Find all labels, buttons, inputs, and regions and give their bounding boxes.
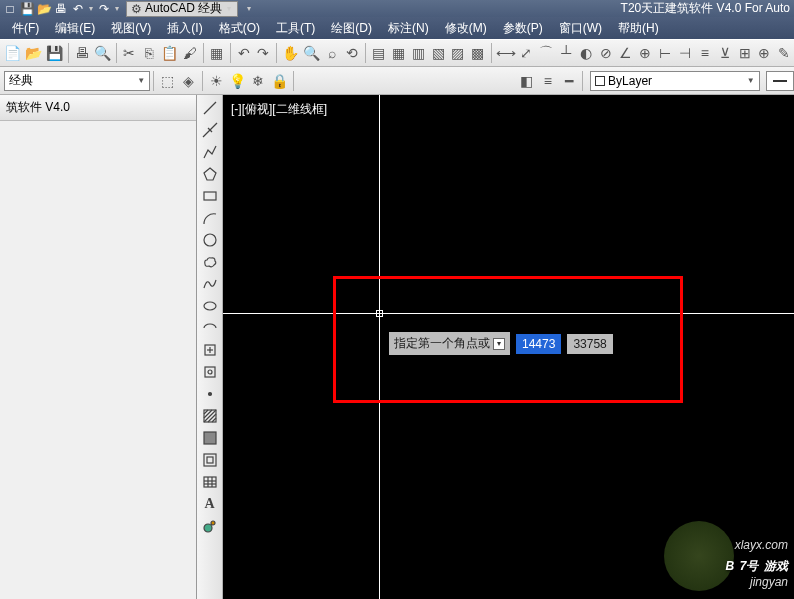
drawing-canvas[interactable]: [-][俯视][二维线框] 指定第一个角点或 ▾ 14473 33758 xla…: [223, 95, 794, 599]
dim-angular-icon[interactable]: ∠: [617, 43, 635, 63]
circle-icon[interactable]: [199, 230, 221, 250]
separator: [202, 71, 203, 91]
dim-baseline-icon[interactable]: ⊢: [656, 43, 674, 63]
menu-file[interactable]: 件(F): [4, 17, 47, 40]
viewport-label[interactable]: [-][俯视][二维线框]: [231, 101, 327, 118]
redo-icon[interactable]: ↷: [96, 1, 112, 17]
mtext-icon[interactable]: A: [199, 494, 221, 514]
sheet-set-icon[interactable]: ▧: [429, 43, 447, 63]
dim-ordinate-icon[interactable]: ┴: [557, 43, 575, 63]
panel-header[interactable]: 筑软件 V4.0: [0, 95, 196, 121]
arc-icon[interactable]: [199, 208, 221, 228]
new-file-icon[interactable]: 📄: [3, 43, 22, 63]
properties-icon[interactable]: ▤: [370, 43, 388, 63]
menu-insert[interactable]: 插入(I): [159, 17, 210, 40]
lineweight-combo[interactable]: [766, 71, 794, 91]
ellipse-icon[interactable]: [199, 296, 221, 316]
polyline-icon[interactable]: [199, 142, 221, 162]
table-icon[interactable]: [199, 472, 221, 492]
undo-icon[interactable]: ↶: [70, 1, 86, 17]
region-icon[interactable]: [199, 450, 221, 470]
pan-icon[interactable]: ✋: [281, 43, 300, 63]
menu-parametric[interactable]: 参数(P): [495, 17, 551, 40]
open-file-icon[interactable]: 📂: [24, 43, 43, 63]
bulb-icon[interactable]: 💡: [228, 71, 247, 91]
construction-line-icon[interactable]: [199, 120, 221, 140]
redo2-icon[interactable]: ↷: [254, 43, 272, 63]
preview-icon[interactable]: 🔍: [93, 43, 112, 63]
polygon-icon[interactable]: [199, 164, 221, 184]
dim-quick-icon[interactable]: ⊕: [637, 43, 655, 63]
workspace-combo[interactable]: 经典 ▼: [4, 71, 150, 91]
workspace-dropdown[interactable]: ⚙ AutoCAD 经典 ▾: [126, 1, 238, 17]
center-mark-icon[interactable]: ⊕: [755, 43, 773, 63]
dim-diameter-icon[interactable]: ⊘: [597, 43, 615, 63]
menu-dimension[interactable]: 标注(N): [380, 17, 437, 40]
insert-block-icon[interactable]: [199, 340, 221, 360]
linetype-control-icon[interactable]: ≡: [538, 71, 557, 91]
revision-cloud-icon[interactable]: [199, 252, 221, 272]
dim-continue-icon[interactable]: ⊣: [676, 43, 694, 63]
layer-combo[interactable]: ByLayer ▼: [590, 71, 760, 91]
color-control-icon[interactable]: ◧: [517, 71, 536, 91]
dim-break-icon[interactable]: ⊻: [716, 43, 734, 63]
menu-window[interactable]: 窗口(W): [551, 17, 610, 40]
layer-iso-icon[interactable]: ◈: [179, 71, 198, 91]
hatch-icon[interactable]: [199, 406, 221, 426]
menu-view[interactable]: 视图(V): [103, 17, 159, 40]
ellipse-arc-icon[interactable]: [199, 318, 221, 338]
spline-icon[interactable]: [199, 274, 221, 294]
freeze-icon[interactable]: ❄: [249, 71, 268, 91]
make-block-icon[interactable]: [199, 362, 221, 382]
menu-edit[interactable]: 编辑(E): [47, 17, 103, 40]
line-icon[interactable]: [199, 98, 221, 118]
tolerance-icon[interactable]: ⊞: [736, 43, 754, 63]
prompt-dropdown-icon[interactable]: ▾: [493, 338, 505, 350]
layer-states-icon[interactable]: ⬚: [158, 71, 177, 91]
design-center-icon[interactable]: ▦: [390, 43, 408, 63]
copy-icon[interactable]: ⎘: [140, 43, 158, 63]
watermark: xlayx.com B 7号 游戏 jingyan: [726, 538, 788, 589]
undo2-icon[interactable]: ↶: [235, 43, 253, 63]
match-icon[interactable]: 🖌: [181, 43, 199, 63]
gradient-icon[interactable]: [199, 428, 221, 448]
cut-icon[interactable]: ✂: [121, 43, 139, 63]
separator: [68, 43, 69, 63]
sun-icon[interactable]: ☀: [207, 71, 226, 91]
menu-tools[interactable]: 工具(T): [268, 17, 323, 40]
dim-space-icon[interactable]: ≡: [696, 43, 714, 63]
menu-modify[interactable]: 修改(M): [437, 17, 495, 40]
calc-icon[interactable]: ▩: [469, 43, 487, 63]
redo-dropdown-icon[interactable]: ▾: [113, 4, 121, 13]
print-icon[interactable]: 🖶: [53, 1, 69, 17]
menu-draw[interactable]: 绘图(D): [323, 17, 380, 40]
rectangle-icon[interactable]: [199, 186, 221, 206]
lineweight-control-icon[interactable]: ━: [559, 71, 578, 91]
new-icon[interactable]: □: [2, 1, 18, 17]
dim-arc-icon[interactable]: ⌒: [537, 43, 555, 63]
undo-dropdown-icon[interactable]: ▾: [87, 4, 95, 13]
dim-aligned-icon[interactable]: ⤢: [518, 43, 536, 63]
save-icon[interactable]: 💾: [19, 1, 35, 17]
add-selected-icon[interactable]: [199, 516, 221, 536]
dim-linear-icon[interactable]: ⟷: [496, 43, 516, 63]
plot-icon[interactable]: 🖶: [73, 43, 91, 63]
dim-edit-icon[interactable]: ✎: [775, 43, 793, 63]
zoom-realtime-icon[interactable]: 🔍: [302, 43, 321, 63]
tool-palette-icon[interactable]: ▥: [409, 43, 427, 63]
dynamic-y-input[interactable]: 33758: [567, 334, 612, 354]
dim-radius-icon[interactable]: ◐: [577, 43, 595, 63]
menu-help[interactable]: 帮助(H): [610, 17, 667, 40]
save-file-icon[interactable]: 💾: [45, 43, 64, 63]
markup-icon[interactable]: ▨: [449, 43, 467, 63]
menu-format[interactable]: 格式(O): [211, 17, 268, 40]
open-icon[interactable]: 📂: [36, 1, 52, 17]
qa-customize-icon[interactable]: ▾: [245, 4, 253, 13]
block-icon[interactable]: ▦: [208, 43, 226, 63]
paste-icon[interactable]: 📋: [160, 43, 179, 63]
lock-icon[interactable]: 🔒: [270, 71, 289, 91]
dynamic-x-input[interactable]: 14473: [516, 334, 561, 354]
point-icon[interactable]: [199, 384, 221, 404]
zoom-window-icon[interactable]: ⌕: [323, 43, 341, 63]
zoom-prev-icon[interactable]: ⟲: [343, 43, 361, 63]
